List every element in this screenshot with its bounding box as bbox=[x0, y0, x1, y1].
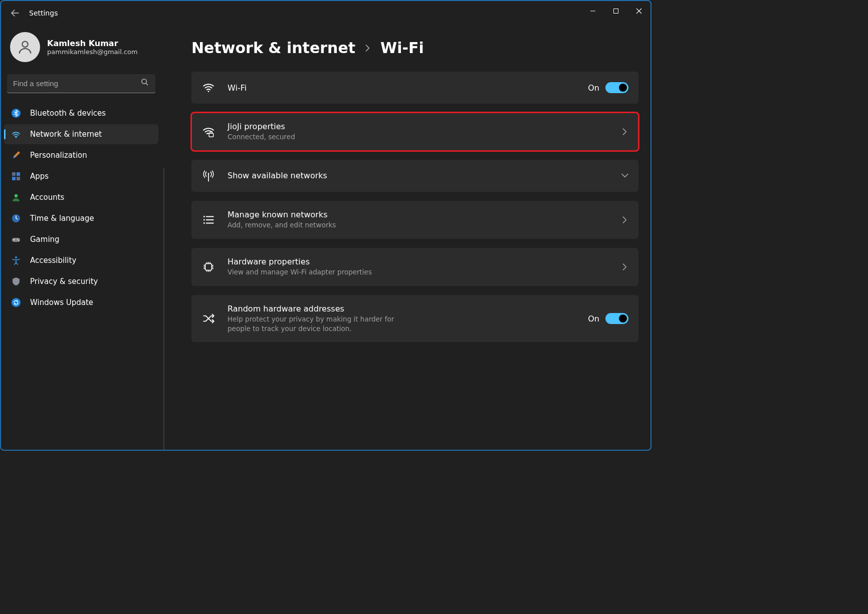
card-text: Wi-Fi bbox=[228, 83, 576, 93]
arrow-left-icon bbox=[11, 9, 19, 17]
sidebar-item-label: Time & language bbox=[30, 214, 94, 223]
avatar bbox=[10, 32, 40, 62]
svg-rect-0 bbox=[614, 9, 618, 14]
svg-rect-6 bbox=[17, 172, 20, 176]
svg-point-14 bbox=[15, 256, 17, 258]
svg-rect-7 bbox=[12, 177, 16, 180]
sidebar-item-label: Accessibility bbox=[30, 256, 76, 265]
list-icon bbox=[201, 213, 215, 227]
shield-icon bbox=[11, 276, 21, 286]
antenna-icon bbox=[201, 169, 215, 183]
breadcrumb-current: Wi-Fi bbox=[380, 39, 424, 57]
sidebar-item-label: Privacy & security bbox=[30, 277, 98, 286]
accessibility-icon bbox=[11, 255, 21, 265]
sidebar-item-privacy[interactable]: Privacy & security bbox=[4, 271, 158, 291]
card-title: Random hardware addresses bbox=[228, 304, 398, 314]
chip-icon bbox=[201, 260, 215, 274]
wifi-icon bbox=[11, 129, 21, 139]
wifi-properties-card[interactable]: JioJi properties Connected, secured bbox=[191, 113, 638, 151]
shuffle-icon bbox=[201, 312, 215, 326]
chevron-right-icon bbox=[621, 128, 628, 135]
breadcrumb: Network & internet Wi-Fi bbox=[191, 39, 638, 57]
sidebar-item-apps[interactable]: Apps bbox=[4, 166, 158, 186]
svg-rect-5 bbox=[12, 172, 16, 176]
random-hw-addresses-card[interactable]: Random hardware addresses Help protect y… bbox=[191, 295, 638, 343]
card-subtitle: View and manage Wi-Fi adapter properties bbox=[228, 267, 609, 277]
minimize-button[interactable] bbox=[581, 1, 604, 21]
card-text: Show available networks bbox=[228, 171, 609, 180]
sidebar-item-personalization[interactable]: Personalization bbox=[4, 145, 158, 165]
sidebar-item-gaming[interactable]: Gaming bbox=[4, 229, 158, 249]
card-right: On bbox=[588, 313, 628, 324]
apps-icon bbox=[11, 171, 21, 181]
card-right: On bbox=[588, 82, 628, 93]
profile-name: Kamlesh Kumar bbox=[47, 39, 138, 48]
main-panel: Network & internet Wi-Fi Wi-Fi bbox=[161, 25, 650, 450]
card-title: JioJi properties bbox=[228, 122, 609, 131]
close-icon bbox=[636, 8, 642, 14]
toggle-state-label: On bbox=[588, 314, 599, 324]
back-button[interactable] bbox=[5, 3, 25, 23]
svg-point-12 bbox=[17, 239, 18, 240]
sidebar-item-bluetooth[interactable]: Bluetooth & devices bbox=[4, 103, 158, 123]
svg-rect-22 bbox=[205, 263, 212, 270]
chevron-right-icon bbox=[621, 216, 628, 223]
maximize-icon bbox=[613, 8, 619, 14]
window-title: Settings bbox=[29, 9, 58, 17]
profile-text: Kamlesh Kumar pammikamlesh@gmail.com bbox=[47, 39, 138, 56]
person-icon bbox=[17, 39, 34, 56]
svg-rect-11 bbox=[12, 238, 20, 242]
wifi-icon bbox=[201, 81, 215, 95]
refresh-icon bbox=[11, 297, 21, 308]
card-text: Random hardware addresses Help protect y… bbox=[228, 304, 398, 334]
maximize-button[interactable] bbox=[604, 1, 627, 21]
sidebar-item-label: Apps bbox=[30, 172, 49, 181]
sidebar-item-accounts[interactable]: Accounts bbox=[4, 187, 158, 207]
close-button[interactable] bbox=[627, 1, 650, 21]
breadcrumb-parent[interactable]: Network & internet bbox=[191, 39, 355, 57]
wifi-secured-icon bbox=[201, 125, 215, 139]
svg-rect-8 bbox=[17, 177, 20, 180]
wifi-toggle-card[interactable]: Wi-Fi On bbox=[191, 72, 638, 104]
svg-point-13 bbox=[18, 240, 19, 241]
card-subtitle: Add, remove, and edit networks bbox=[228, 220, 609, 230]
card-text: Manage known networks Add, remove, and e… bbox=[228, 210, 609, 230]
sidebar-item-time-language[interactable]: Time & language bbox=[4, 208, 158, 228]
available-networks-card[interactable]: Show available networks bbox=[191, 160, 638, 192]
sidebar-scroll-indicator bbox=[163, 168, 164, 450]
svg-point-4 bbox=[16, 137, 17, 138]
paintbrush-icon bbox=[11, 150, 21, 160]
chevron-down-icon bbox=[621, 172, 628, 179]
profile-block[interactable]: Kamlesh Kumar pammikamlesh@gmail.com bbox=[4, 25, 158, 74]
known-networks-card[interactable]: Manage known networks Add, remove, and e… bbox=[191, 201, 638, 239]
search-input[interactable] bbox=[7, 74, 155, 93]
sidebar-item-accessibility[interactable]: Accessibility bbox=[4, 250, 158, 270]
card-subtitle: Help protect your privacy by making it h… bbox=[228, 315, 398, 334]
random-mac-toggle[interactable] bbox=[605, 313, 628, 324]
svg-point-18 bbox=[208, 173, 209, 174]
svg-point-9 bbox=[15, 194, 18, 197]
profile-email: pammikamlesh@gmail.com bbox=[47, 48, 138, 56]
hardware-properties-card[interactable]: Hardware properties View and manage Wi-F… bbox=[191, 248, 638, 286]
svg-point-1 bbox=[22, 42, 28, 47]
sidebar-item-label: Personalization bbox=[30, 151, 87, 160]
sidebar-item-label: Network & internet bbox=[30, 130, 102, 139]
sidebar-item-windows-update[interactable]: Windows Update bbox=[4, 292, 158, 313]
card-text: JioJi properties Connected, secured bbox=[228, 122, 609, 142]
svg-point-19 bbox=[203, 216, 205, 217]
sidebar-nav: Bluetooth & devices Network & internet P… bbox=[4, 103, 158, 313]
window-controls bbox=[581, 1, 650, 21]
sidebar: Kamlesh Kumar pammikamlesh@gmail.com Blu… bbox=[1, 25, 161, 450]
sidebar-item-network[interactable]: Network & internet bbox=[4, 124, 158, 144]
content-area: Kamlesh Kumar pammikamlesh@gmail.com Blu… bbox=[1, 25, 650, 450]
card-title: Wi-Fi bbox=[228, 83, 576, 93]
svg-point-21 bbox=[203, 222, 205, 224]
titlebar: Settings bbox=[1, 1, 650, 25]
card-title: Manage known networks bbox=[228, 210, 609, 219]
clock-globe-icon bbox=[11, 213, 21, 223]
sidebar-item-label: Accounts bbox=[30, 193, 64, 202]
settings-cards: Wi-Fi On JioJi properti bbox=[191, 72, 638, 349]
svg-rect-17 bbox=[209, 133, 213, 137]
sidebar-item-label: Bluetooth & devices bbox=[30, 109, 106, 118]
wifi-toggle[interactable] bbox=[605, 82, 628, 93]
